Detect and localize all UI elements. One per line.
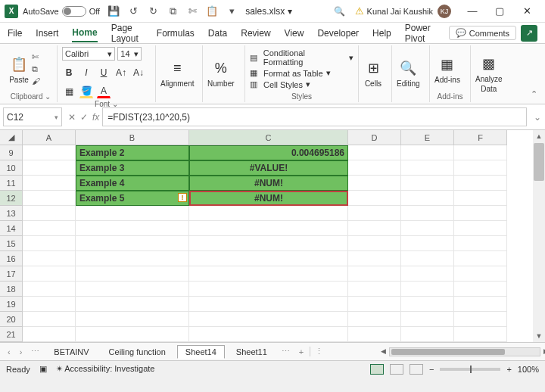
scroll-thumb[interactable]: [534, 143, 544, 181]
row-header-10[interactable]: 10: [0, 160, 23, 176]
cell-C10[interactable]: #VALUE!: [189, 160, 348, 176]
font-name-select[interactable]: Calibri ▾: [62, 47, 115, 61]
spreadsheet-grid[interactable]: ◢ A B C D E F 9 Example 2 0.004695186 10…: [0, 130, 545, 342]
format-painter-icon[interactable]: 🖌: [32, 76, 44, 86]
tab-help[interactable]: Help: [372, 25, 391, 42]
tab-view[interactable]: View: [285, 25, 304, 42]
row-header-15[interactable]: 15: [0, 236, 23, 251]
cell-D10[interactable]: [348, 160, 401, 176]
increase-font-icon[interactable]: A↑: [114, 66, 128, 79]
cell-A11[interactable]: [23, 176, 76, 191]
maximize-button[interactable]: ▢: [486, 1, 513, 22]
tab-formulas[interactable]: Formulas: [157, 25, 195, 42]
vertical-scrollbar[interactable]: ▲ ▼: [533, 130, 545, 342]
cell-C11[interactable]: #NUM!: [189, 176, 348, 191]
select-all-corner[interactable]: ◢: [0, 130, 23, 145]
search-icon[interactable]: 🔍: [334, 6, 346, 17]
page-break-view-icon[interactable]: [410, 364, 423, 375]
close-button[interactable]: ✕: [513, 1, 540, 22]
number-button[interactable]: % Number: [207, 58, 235, 88]
collapse-ribbon-icon[interactable]: ⌃: [531, 89, 537, 99]
tab-insert[interactable]: Insert: [36, 25, 58, 42]
page-layout-view-icon[interactable]: [390, 364, 403, 375]
col-header-F[interactable]: F: [454, 130, 507, 145]
cell-F10[interactable]: [454, 160, 507, 176]
cell-F12[interactable]: [454, 191, 507, 206]
italic-button[interactable]: I: [79, 66, 93, 79]
underline-button[interactable]: U: [97, 66, 111, 79]
fill-color-button[interactable]: 🪣: [79, 85, 93, 98]
bold-button[interactable]: B: [62, 66, 76, 79]
undo-icon[interactable]: ↺: [127, 5, 139, 17]
row-header-14[interactable]: 14: [0, 221, 23, 236]
row-header-19[interactable]: 19: [0, 297, 23, 312]
conditional-formatting-button[interactable]: ▤Conditional Formatting ▾: [250, 48, 353, 67]
horizontal-scrollbar[interactable]: ◀▶: [389, 347, 540, 356]
new-sheet-icon[interactable]: +: [296, 347, 307, 356]
cell-styles-button[interactable]: ▥Cell Styles ▾: [250, 79, 353, 89]
sheet-nav-next-icon[interactable]: ›: [17, 347, 26, 356]
cell-C12[interactable]: #NUM!: [189, 191, 348, 206]
tab-data[interactable]: Data: [208, 25, 227, 42]
analyze-data-button[interactable]: ▩AnalyzeData: [475, 54, 503, 93]
cell-B12[interactable]: Example 5!: [76, 191, 189, 206]
row-header-11[interactable]: 11: [0, 176, 23, 191]
formula-input[interactable]: =FDIST(23,10^20,5): [102, 107, 527, 126]
row-header-20[interactable]: 20: [0, 312, 23, 327]
scroll-up-icon[interactable]: ▲: [533, 130, 545, 142]
expand-formula-bar-icon[interactable]: ⌄: [530, 104, 545, 129]
editing-button[interactable]: 🔍Editing: [397, 58, 420, 88]
cell-A9[interactable]: [23, 145, 76, 160]
col-header-E[interactable]: E: [401, 130, 454, 145]
cells-button[interactable]: ⊞Cells: [363, 58, 383, 88]
col-header-A[interactable]: A: [23, 130, 76, 145]
cell-A10[interactable]: [23, 160, 76, 176]
sheet-nav-prev-icon[interactable]: ‹: [5, 347, 14, 356]
comments-button[interactable]: 💬 Comments: [449, 26, 516, 40]
sheet-tab-sheet14[interactable]: Sheet14: [177, 345, 225, 359]
tab-page-layout[interactable]: Page Layout: [111, 20, 143, 47]
cell-F11[interactable]: [454, 176, 507, 191]
sheet-nav-more-icon[interactable]: ⋯: [28, 347, 42, 356]
hscroll-thumb[interactable]: [391, 349, 505, 355]
font-color-button[interactable]: A: [97, 85, 111, 98]
zoom-level[interactable]: 100%: [518, 365, 539, 374]
row-header-21[interactable]: 21: [0, 327, 23, 342]
tab-developer[interactable]: Developer: [317, 25, 359, 42]
redo-icon[interactable]: ↻: [147, 5, 159, 17]
confirm-formula-icon[interactable]: ✓: [80, 112, 88, 123]
cell-F9[interactable]: [454, 145, 507, 160]
tab-review[interactable]: Review: [241, 25, 270, 42]
autosave-switch-icon[interactable]: [62, 6, 86, 17]
scroll-down-icon[interactable]: ▼: [533, 330, 545, 342]
cut-icon[interactable]: ✄: [186, 5, 198, 17]
copy-mini-icon[interactable]: ⧉: [32, 64, 44, 74]
normal-view-icon[interactable]: [370, 364, 384, 375]
zoom-slider[interactable]: [440, 368, 500, 371]
cell-E12[interactable]: [401, 191, 454, 206]
warning-icon[interactable]: ⚠: [355, 5, 364, 17]
cell-B11[interactable]: Example 4: [76, 176, 189, 191]
autosave-toggle[interactable]: AutoSave Off: [23, 6, 100, 17]
borders-button[interactable]: ▦: [62, 85, 76, 98]
sheet-tab-betainv[interactable]: BETAINV: [45, 345, 97, 359]
accessibility-status[interactable]: ✴ Accessibility: Investigate: [56, 364, 155, 374]
alignment-button[interactable]: ≡ Alignment: [160, 58, 194, 88]
sheet-more-icon[interactable]: ⋯: [279, 347, 293, 356]
paste-qat-icon[interactable]: 📋: [206, 5, 218, 17]
cut-mini-icon[interactable]: ✄: [32, 52, 44, 62]
error-flag-icon[interactable]: !: [178, 193, 187, 202]
decrease-font-icon[interactable]: A↓: [132, 66, 145, 79]
paste-button[interactable]: 📋 Paste: [9, 54, 29, 84]
copy-icon[interactable]: ⧉: [167, 5, 179, 17]
share-button[interactable]: ↗: [521, 25, 537, 42]
row-header-16[interactable]: 16: [0, 251, 23, 266]
zoom-out-icon[interactable]: −: [429, 365, 434, 374]
file-name[interactable]: sales.xlsx ▾: [245, 6, 291, 17]
sheet-tab-ceiling[interactable]: Ceiling function: [101, 345, 174, 359]
tab-file[interactable]: File: [8, 25, 22, 42]
macro-record-icon[interactable]: ▣: [39, 364, 47, 374]
user-avatar[interactable]: KJ: [438, 5, 451, 18]
zoom-in-icon[interactable]: +: [506, 365, 511, 374]
cell-E11[interactable]: [401, 176, 454, 191]
